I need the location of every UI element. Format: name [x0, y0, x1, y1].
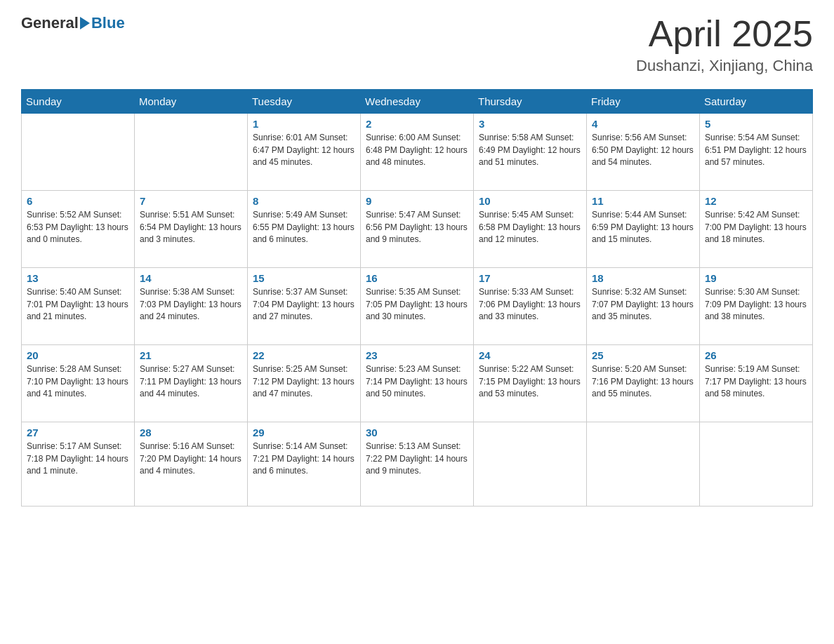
logo-triangle-icon — [80, 17, 90, 29]
day-number: 12 — [705, 195, 807, 207]
calendar-cell: 18Sunrise: 5:32 AM Sunset: 7:07 PM Dayli… — [587, 268, 700, 345]
calendar-cell: 6Sunrise: 5:52 AM Sunset: 6:53 PM Daylig… — [22, 191, 135, 268]
calendar-cell: 14Sunrise: 5:38 AM Sunset: 7:03 PM Dayli… — [135, 268, 248, 345]
calendar-cell: 11Sunrise: 5:44 AM Sunset: 6:59 PM Dayli… — [587, 191, 700, 268]
day-number: 9 — [366, 195, 468, 207]
logo: General Blue — [21, 14, 125, 32]
day-number: 8 — [253, 195, 355, 207]
day-number: 10 — [479, 195, 581, 207]
day-number: 20 — [27, 349, 129, 361]
day-info: Sunrise: 5:54 AM Sunset: 6:51 PM Dayligh… — [705, 132, 807, 168]
day-number: 25 — [592, 349, 694, 361]
calendar-cell: 28Sunrise: 5:16 AM Sunset: 7:20 PM Dayli… — [135, 422, 248, 507]
day-info: Sunrise: 6:01 AM Sunset: 6:47 PM Dayligh… — [253, 132, 355, 168]
day-info: Sunrise: 5:49 AM Sunset: 6:55 PM Dayligh… — [253, 209, 355, 246]
calendar-cell: 25Sunrise: 5:20 AM Sunset: 7:16 PM Dayli… — [587, 345, 700, 422]
day-info: Sunrise: 5:19 AM Sunset: 7:17 PM Dayligh… — [705, 363, 807, 400]
day-info: Sunrise: 5:38 AM Sunset: 7:03 PM Dayligh… — [140, 286, 242, 323]
calendar-cell: 10Sunrise: 5:45 AM Sunset: 6:58 PM Dayli… — [474, 191, 587, 268]
calendar-cell: 21Sunrise: 5:27 AM Sunset: 7:11 PM Dayli… — [135, 345, 248, 422]
day-info: Sunrise: 5:35 AM Sunset: 7:05 PM Dayligh… — [366, 286, 468, 323]
logo-text-blue: Blue — [91, 14, 125, 32]
day-of-week-header: Saturday — [700, 90, 813, 114]
calendar-cell: 7Sunrise: 5:51 AM Sunset: 6:54 PM Daylig… — [135, 191, 248, 268]
day-number: 5 — [705, 118, 807, 130]
day-info: Sunrise: 5:32 AM Sunset: 7:07 PM Dayligh… — [592, 286, 694, 323]
calendar-cell: 20Sunrise: 5:28 AM Sunset: 7:10 PM Dayli… — [22, 345, 135, 422]
location-subtitle: Dushanzi, Xinjiang, China — [636, 57, 813, 75]
day-number: 24 — [479, 349, 581, 361]
day-of-week-header: Monday — [135, 90, 248, 114]
calendar-cell — [474, 422, 587, 507]
day-info: Sunrise: 5:52 AM Sunset: 6:53 PM Dayligh… — [27, 209, 129, 246]
day-number: 29 — [253, 427, 355, 438]
day-number: 27 — [27, 427, 129, 438]
calendar-cell: 4Sunrise: 5:56 AM Sunset: 6:50 PM Daylig… — [587, 114, 700, 191]
day-info: Sunrise: 5:58 AM Sunset: 6:49 PM Dayligh… — [479, 132, 581, 168]
calendar-table: SundayMondayTuesdayWednesdayThursdayFrid… — [21, 89, 813, 507]
calendar-cell: 1Sunrise: 6:01 AM Sunset: 6:47 PM Daylig… — [248, 114, 361, 191]
day-number: 18 — [592, 272, 694, 284]
day-of-week-header: Tuesday — [248, 90, 361, 114]
calendar-cell: 23Sunrise: 5:23 AM Sunset: 7:14 PM Dayli… — [361, 345, 474, 422]
calendar-cell — [135, 114, 248, 191]
day-info: Sunrise: 5:22 AM Sunset: 7:15 PM Dayligh… — [479, 363, 581, 400]
day-number: 11 — [592, 195, 694, 207]
day-number: 13 — [27, 272, 129, 284]
day-of-week-header: Thursday — [474, 90, 587, 114]
calendar-cell: 26Sunrise: 5:19 AM Sunset: 7:17 PM Dayli… — [700, 345, 813, 422]
day-number: 23 — [366, 349, 468, 361]
day-number: 21 — [140, 349, 242, 361]
day-info: Sunrise: 5:16 AM Sunset: 7:20 PM Dayligh… — [140, 441, 242, 477]
calendar-cell: 17Sunrise: 5:33 AM Sunset: 7:06 PM Dayli… — [474, 268, 587, 345]
day-info: Sunrise: 5:33 AM Sunset: 7:06 PM Dayligh… — [479, 286, 581, 323]
day-number: 22 — [253, 349, 355, 361]
day-number: 2 — [366, 118, 468, 130]
calendar-week-row: 20Sunrise: 5:28 AM Sunset: 7:10 PM Dayli… — [22, 345, 813, 422]
calendar-cell: 5Sunrise: 5:54 AM Sunset: 6:51 PM Daylig… — [700, 114, 813, 191]
calendar-cell: 3Sunrise: 5:58 AM Sunset: 6:49 PM Daylig… — [474, 114, 587, 191]
day-number: 17 — [479, 272, 581, 284]
calendar-cell: 30Sunrise: 5:13 AM Sunset: 7:22 PM Dayli… — [361, 422, 474, 507]
calendar-cell: 12Sunrise: 5:42 AM Sunset: 7:00 PM Dayli… — [700, 191, 813, 268]
calendar-cell: 27Sunrise: 5:17 AM Sunset: 7:18 PM Dayli… — [22, 422, 135, 507]
calendar-week-row: 1Sunrise: 6:01 AM Sunset: 6:47 PM Daylig… — [22, 114, 813, 191]
day-number: 19 — [705, 272, 807, 284]
day-of-week-header: Friday — [587, 90, 700, 114]
day-info: Sunrise: 5:45 AM Sunset: 6:58 PM Dayligh… — [479, 209, 581, 246]
page-header: General Blue April 2025 Dushanzi, Xinjia… — [21, 14, 813, 75]
day-of-week-header: Wednesday — [361, 90, 474, 114]
day-info: Sunrise: 5:51 AM Sunset: 6:54 PM Dayligh… — [140, 209, 242, 246]
day-number: 26 — [705, 349, 807, 361]
day-info: Sunrise: 5:17 AM Sunset: 7:18 PM Dayligh… — [27, 441, 129, 477]
day-info: Sunrise: 5:42 AM Sunset: 7:00 PM Dayligh… — [705, 209, 807, 246]
calendar-cell — [587, 422, 700, 507]
day-number: 16 — [366, 272, 468, 284]
calendar-cell: 2Sunrise: 6:00 AM Sunset: 6:48 PM Daylig… — [361, 114, 474, 191]
calendar-header-row: SundayMondayTuesdayWednesdayThursdayFrid… — [22, 90, 813, 114]
day-number: 14 — [140, 272, 242, 284]
logo-text-general: General — [21, 14, 79, 32]
day-number: 30 — [366, 427, 468, 438]
calendar-cell: 24Sunrise: 5:22 AM Sunset: 7:15 PM Dayli… — [474, 345, 587, 422]
day-info: Sunrise: 5:14 AM Sunset: 7:21 PM Dayligh… — [253, 441, 355, 477]
day-info: Sunrise: 5:30 AM Sunset: 7:09 PM Dayligh… — [705, 286, 807, 323]
day-number: 4 — [592, 118, 694, 130]
day-info: Sunrise: 5:13 AM Sunset: 7:22 PM Dayligh… — [366, 441, 468, 477]
day-info: Sunrise: 5:25 AM Sunset: 7:12 PM Dayligh… — [253, 363, 355, 400]
calendar-cell: 9Sunrise: 5:47 AM Sunset: 6:56 PM Daylig… — [361, 191, 474, 268]
calendar-week-row: 13Sunrise: 5:40 AM Sunset: 7:01 PM Dayli… — [22, 268, 813, 345]
day-number: 1 — [253, 118, 355, 130]
calendar-cell — [700, 422, 813, 507]
calendar-cell: 8Sunrise: 5:49 AM Sunset: 6:55 PM Daylig… — [248, 191, 361, 268]
day-number: 28 — [140, 427, 242, 438]
calendar-cell — [22, 114, 135, 191]
day-info: Sunrise: 5:28 AM Sunset: 7:10 PM Dayligh… — [27, 363, 129, 400]
calendar-cell: 16Sunrise: 5:35 AM Sunset: 7:05 PM Dayli… — [361, 268, 474, 345]
day-info: Sunrise: 5:40 AM Sunset: 7:01 PM Dayligh… — [27, 286, 129, 323]
calendar-cell: 29Sunrise: 5:14 AM Sunset: 7:21 PM Dayli… — [248, 422, 361, 507]
day-info: Sunrise: 5:44 AM Sunset: 6:59 PM Dayligh… — [592, 209, 694, 246]
day-number: 7 — [140, 195, 242, 207]
day-info: Sunrise: 5:47 AM Sunset: 6:56 PM Dayligh… — [366, 209, 468, 246]
day-number: 15 — [253, 272, 355, 284]
